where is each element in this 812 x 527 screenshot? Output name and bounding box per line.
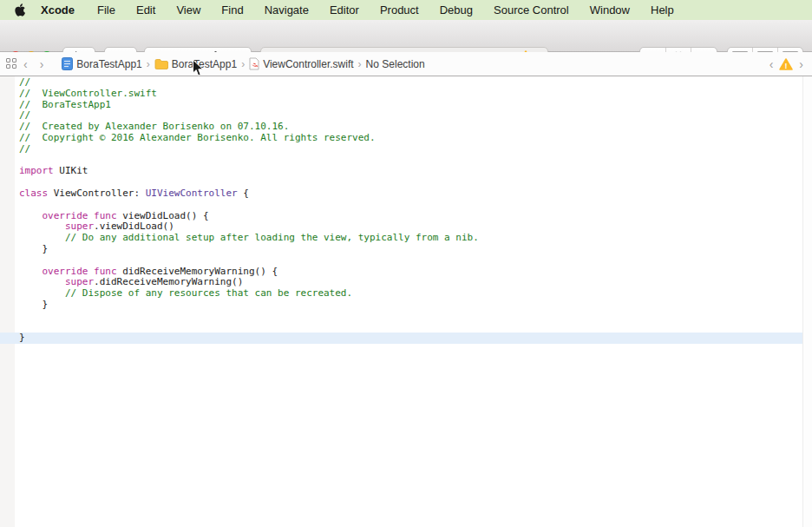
breadcrumb-group-label: BoraTestApp1	[172, 58, 237, 70]
menu-item-help[interactable]: Help	[640, 3, 684, 16]
go-back-button[interactable]: ‹	[17, 58, 34, 70]
menu-item-editor[interactable]: Editor	[319, 3, 370, 16]
breadcrumb: BoraTestApp1 › BoraTestApp1 › ViewContro…	[62, 57, 424, 70]
breadcrumb-selection[interactable]: No Selection	[366, 58, 425, 70]
code-line	[0, 155, 802, 167]
chevron-right-icon: ›	[147, 58, 150, 70]
breadcrumb-file[interactable]: ViewController.swift	[249, 57, 353, 70]
chevron-right-icon: ›	[241, 58, 245, 70]
warning-icon[interactable]: !	[779, 58, 793, 70]
breadcrumb-project-label: BoraTestApp1	[76, 58, 141, 70]
issue-navigation: ‹ ! ›	[768, 52, 805, 76]
menu-item-window[interactable]: Window	[580, 3, 640, 16]
folder-icon	[154, 58, 168, 69]
code-line: // Do any additional setup after loading…	[0, 233, 802, 244]
chevron-right-icon: ›	[358, 58, 362, 70]
jump-bar: ‹ › BoraTestApp1 › BoraTestApp1 › View	[0, 52, 812, 76]
code-line: }	[0, 333, 802, 344]
toolbar: A Bor...pp1 › iBora BoraTestApp1 | Build…	[0, 20, 812, 52]
breadcrumb-project[interactable]: BoraTestApp1	[62, 57, 141, 70]
menu-bar: Xcode File Edit View Find Navigate Edito…	[0, 0, 812, 20]
code-line	[0, 311, 802, 322]
menu-item-view[interactable]: View	[166, 3, 211, 16]
code-line: }	[0, 300, 802, 311]
menu-item-source-control[interactable]: Source Control	[483, 3, 580, 16]
code-line: // BoraTestApp1	[0, 100, 802, 111]
code-line: // ViewController.swift	[0, 89, 802, 100]
code-line: class ViewController: UIViewController {	[0, 188, 802, 200]
mouse-cursor	[192, 59, 204, 81]
code-line: import UIKit	[0, 166, 802, 177]
swift-file-icon	[249, 57, 259, 70]
code-line: // Dispose of any resources that can be …	[0, 288, 802, 300]
xcode-window: { "menu_bar": { "app_menu": "Xcode", "it…	[0, 0, 812, 527]
related-items-icon[interactable]	[6, 58, 17, 69]
code-lines: //// ViewController.swift// BoraTestApp1…	[0, 77, 802, 344]
source-editor[interactable]: //// ViewController.swift// BoraTestApp1…	[0, 76, 812, 527]
breadcrumb-selection-label: No Selection	[366, 58, 425, 70]
code-line: }	[0, 244, 802, 255]
menu-item-xcode[interactable]: Xcode	[29, 3, 87, 16]
menu-item-debug[interactable]: Debug	[429, 3, 483, 16]
breadcrumb-file-label: ViewController.swift	[263, 58, 353, 70]
project-file-icon	[62, 57, 73, 70]
go-forward-button[interactable]: ›	[34, 58, 50, 70]
menu-item-navigate[interactable]: Navigate	[254, 3, 319, 16]
code-line: // Copyright © 2016 Alexander Borisenko.…	[0, 133, 802, 144]
menu-item-edit[interactable]: Edit	[126, 3, 166, 16]
code-line	[0, 322, 802, 333]
menu-item-file[interactable]: File	[87, 3, 126, 16]
apple-icon[interactable]	[14, 3, 25, 16]
previous-issue-button[interactable]: ‹	[768, 58, 776, 70]
code-line: //	[0, 144, 802, 155]
menu-item-product[interactable]: Product	[370, 3, 429, 16]
next-issue-button[interactable]: ›	[797, 58, 805, 70]
editor-scrollbar-track[interactable]	[802, 76, 812, 527]
svg-text:!: !	[785, 61, 788, 69]
menu-item-find[interactable]: Find	[211, 3, 253, 16]
